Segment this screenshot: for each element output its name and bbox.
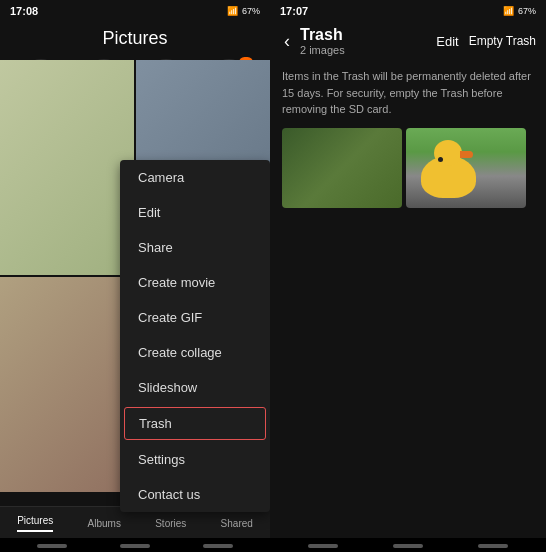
nav-shared[interactable]: Shared (213, 516, 261, 531)
right-panel: 17:07 📶 67% ‹ Trash 2 images Edit Empty … (270, 0, 546, 552)
page-title-left: Pictures (0, 22, 270, 59)
back-button[interactable]: ‹ (280, 29, 294, 54)
time-right: 17:07 (280, 5, 308, 17)
battery-right: 67% (518, 6, 536, 16)
right-spacer (270, 208, 546, 539)
time-left: 17:08 (10, 5, 38, 17)
status-icons-right: 📶 67% (503, 6, 536, 16)
menu-trash[interactable]: Trash (124, 407, 266, 440)
bg-photo-1 (0, 60, 134, 275)
dropdown-menu: Camera Edit Share Create movie Create GI… (120, 160, 270, 512)
info-text: Items in the Trash will be permanently d… (270, 60, 546, 128)
left-panel: 17:08 📶 67% Pictures Videos Favorites Lo… (0, 0, 270, 552)
nav-albums[interactable]: Albums (80, 516, 129, 531)
signal-icon-right: 📶 (503, 6, 514, 16)
duck-beak (460, 151, 473, 158)
menu-slideshow[interactable]: Slideshow (120, 370, 270, 405)
header-info: Trash 2 images (300, 26, 430, 56)
signal-icon: 📶 (227, 6, 238, 16)
sys-recent[interactable] (203, 544, 233, 548)
albums-nav-label: Albums (88, 518, 121, 529)
menu-create-collage[interactable]: Create collage (120, 335, 270, 370)
nav-pictures[interactable]: Pictures (9, 513, 61, 534)
header-row: ‹ Trash 2 images Edit Empty Trash (270, 22, 546, 60)
trash-subtitle: 2 images (300, 44, 430, 56)
trash-photos (270, 128, 546, 208)
shared-nav-label: Shared (221, 518, 253, 529)
menu-create-movie[interactable]: Create movie (120, 265, 270, 300)
sys-recent-right[interactable] (478, 544, 508, 548)
status-bar-left: 17:08 📶 67% (0, 0, 270, 22)
system-nav-right (270, 538, 546, 552)
pictures-nav-label: Pictures (17, 515, 53, 526)
edit-button[interactable]: Edit (436, 34, 458, 49)
empty-trash-button[interactable]: Empty Trash (469, 34, 536, 48)
status-icons-left: 📶 67% (227, 6, 260, 16)
menu-share[interactable]: Share (120, 230, 270, 265)
stories-nav-label: Stories (155, 518, 186, 529)
sys-back-right[interactable] (308, 544, 338, 548)
status-bar-right: 17:07 📶 67% (270, 0, 546, 22)
battery-left: 67% (242, 6, 260, 16)
sys-home[interactable] (120, 544, 150, 548)
menu-camera[interactable]: Camera (120, 160, 270, 195)
menu-create-gif[interactable]: Create GIF (120, 300, 270, 335)
menu-settings[interactable]: Settings (120, 442, 270, 477)
sys-back[interactable] (37, 544, 67, 548)
trash-photo-1[interactable] (282, 128, 402, 208)
header-actions: Edit Empty Trash (436, 34, 536, 49)
duck-head (434, 140, 462, 166)
pictures-underline (17, 530, 53, 532)
trash-title: Trash (300, 26, 430, 44)
menu-contact[interactable]: Contact us (120, 477, 270, 512)
sys-home-right[interactable] (393, 544, 423, 548)
bg-photo-3 (0, 277, 134, 492)
nav-stories[interactable]: Stories (147, 516, 194, 531)
system-nav-left (0, 538, 270, 552)
trash-photo-2[interactable] (406, 128, 526, 208)
menu-edit[interactable]: Edit (120, 195, 270, 230)
duck-eye (438, 157, 443, 162)
